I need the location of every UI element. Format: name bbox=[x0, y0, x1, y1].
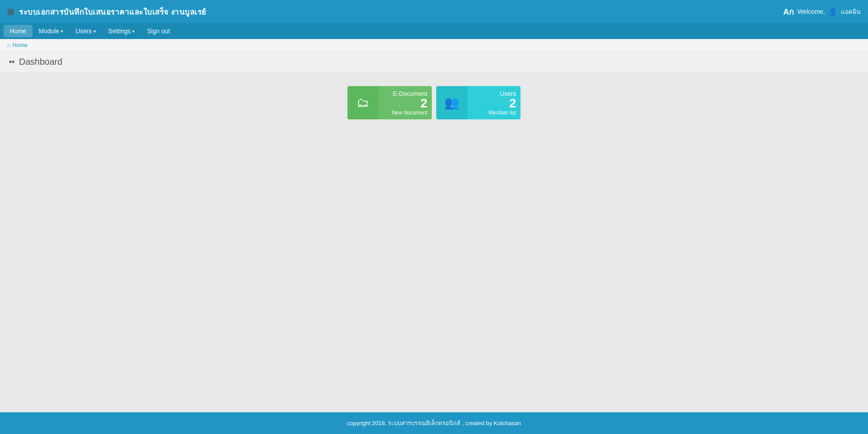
nav-home-label: Home bbox=[10, 28, 26, 35]
users-card-icon: 👥 bbox=[444, 95, 460, 110]
cards-area: 🗂 E-Document 2 New document 👥 Users 2 Me… bbox=[0, 73, 868, 133]
users-card-count: 2 bbox=[509, 97, 516, 110]
edocument-count: 2 bbox=[420, 97, 427, 110]
edocument-info: E-Document 2 New document bbox=[379, 86, 432, 119]
user-icon: 👤 bbox=[829, 8, 837, 16]
edocument-icon: 🗂 bbox=[357, 95, 369, 110]
username-label: แอดมิน bbox=[841, 7, 861, 16]
breadcrumb: ⌂ Home bbox=[0, 39, 868, 51]
app-logo-icon: ▦ bbox=[7, 7, 15, 16]
dashboard-header: ▪▪ Dashboard bbox=[0, 51, 868, 73]
font-size-icon[interactable]: Aก bbox=[783, 5, 794, 18]
nav-signout-label: Sign out bbox=[147, 28, 170, 35]
dashboard-grid-icon: ▪▪ bbox=[9, 57, 15, 67]
nav-menu-bar: Home Module ▾ Users ▾ Settings ▾ Sign ou… bbox=[0, 23, 868, 39]
nav-module[interactable]: Module ▾ bbox=[32, 25, 69, 37]
welcome-text: Welcome, bbox=[797, 8, 825, 15]
users-card-subtitle: Member list bbox=[489, 110, 516, 116]
users-card[interactable]: 👥 Users 2 Member list bbox=[436, 86, 521, 119]
nav-users-label: Users bbox=[75, 28, 92, 35]
nav-users[interactable]: Users ▾ bbox=[69, 25, 102, 37]
footer-text: copyright 2018, ระบบสารบรรณอิเล็กทรอนิกส… bbox=[347, 420, 521, 426]
nav-settings-label: Settings bbox=[108, 28, 131, 35]
top-navbar: ▦ ระบบเอกสารบันทึกใบเสนอราคาและใบเสร็จ ง… bbox=[0, 0, 868, 23]
app-title: ระบบเอกสารบันทึกใบเสนอราคาและใบเสร็จ งาน… bbox=[19, 6, 206, 18]
edocument-subtitle: New document bbox=[392, 110, 427, 116]
footer: copyright 2018, ระบบสารบรรณอิเล็กทรอนิกส… bbox=[0, 412, 868, 434]
nav-home[interactable]: Home bbox=[4, 25, 32, 37]
home-breadcrumb-icon: ⌂ bbox=[7, 42, 11, 48]
nav-settings[interactable]: Settings ▾ bbox=[102, 25, 141, 37]
edocument-icon-section: 🗂 bbox=[347, 86, 379, 119]
main-content: ▪▪ Dashboard 🗂 E-Document 2 New document… bbox=[0, 51, 868, 412]
users-icon-section: 👥 bbox=[436, 86, 467, 119]
nav-module-label: Module bbox=[39, 28, 59, 35]
dashboard-title: Dashboard bbox=[19, 57, 63, 67]
brand-wrapper: ▦ ระบบเอกสารบันทึกใบเสนอราคาและใบเสร็จ ง… bbox=[7, 6, 206, 18]
navbar-right: Aก Welcome, 👤 แอดมิน bbox=[783, 5, 861, 18]
breadcrumb-home-link[interactable]: Home bbox=[12, 42, 28, 48]
users-info: Users 2 Member list bbox=[467, 86, 521, 119]
settings-caret-icon: ▾ bbox=[132, 29, 134, 34]
users-caret-icon: ▾ bbox=[94, 29, 96, 34]
module-caret-icon: ▾ bbox=[61, 29, 63, 34]
nav-signout[interactable]: Sign out bbox=[141, 25, 176, 37]
edocument-card[interactable]: 🗂 E-Document 2 New document bbox=[347, 86, 432, 119]
